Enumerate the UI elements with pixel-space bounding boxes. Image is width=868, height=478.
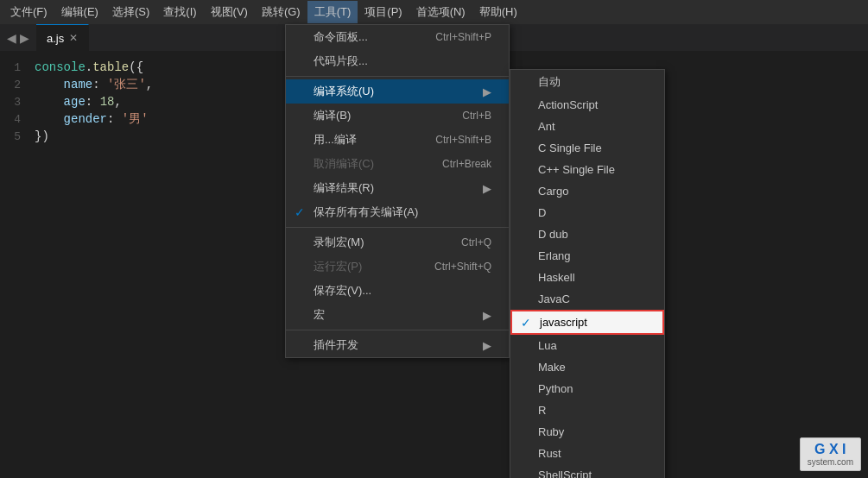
menu-record-macro[interactable]: 录制宏(M) Ctrl+Q [286,230,509,255]
compiler-lua[interactable]: Lua [510,335,664,356]
compiler-ruby[interactable]: Ruby [510,421,664,443]
separator-1 [286,76,509,77]
checkmark-javascript: ✓ [521,316,531,330]
compiler-haskell[interactable]: Haskell [510,267,664,288]
submenu-arrow-4: ▶ [483,339,491,352]
menu-command-palette[interactable]: 命令面板... Ctrl+Shift+P [286,25,509,49]
compiler-d[interactable]: D [510,202,664,223]
submenu-arrow-3: ▶ [483,309,491,322]
compiler-shellscript[interactable]: ShellScript [510,464,664,478]
compiler-r[interactable]: R [510,399,664,421]
menu-save-all-build[interactable]: ✓ 保存所有有关编译(A) [286,200,509,224]
menu-macros[interactable]: 宏 ▶ [286,303,509,327]
compiler-submenu: 自动 ActionScript Ant C Single File C++ Si… [510,69,665,478]
tools-dropdown: 命令面板... Ctrl+Shift+P 代码片段... 编译系统(U) ▶ 编… [285,24,510,358]
compiler-d-dub[interactable]: D dub [510,223,664,245]
compiler-auto[interactable]: 自动 [510,70,664,94]
separator-2 [286,227,509,228]
menu-snippets[interactable]: 代码片段... [286,49,509,73]
menu-cancel-build: 取消编译(C) Ctrl+Break [286,152,509,176]
compiler-make[interactable]: Make [510,356,664,378]
compiler-python[interactable]: Python [510,378,664,399]
menu-plugin-dev[interactable]: 插件开发 ▶ [286,333,509,357]
compiler-rust[interactable]: Rust [510,443,664,464]
submenu-arrow-2: ▶ [483,182,491,195]
separator-3 [286,330,509,330]
compiler-ant[interactable]: Ant [510,116,664,137]
checkmark-save: ✓ [295,205,305,219]
menu-build-results[interactable]: 编译结果(R) ▶ [286,176,509,200]
dropdown-overlay: 命令面板... Ctrl+Shift+P 代码片段... 编译系统(U) ▶ 编… [0,0,868,478]
compiler-cpp-single[interactable]: C++ Single File [510,159,664,180]
submenu-arrow-1: ▶ [483,85,491,98]
compiler-cargo[interactable]: Cargo [510,180,664,202]
compiler-erlang[interactable]: Erlang [510,245,664,267]
compiler-c-single[interactable]: C Single File [510,137,664,159]
compiler-javac[interactable]: JavaC [510,288,664,310]
compiler-javascript[interactable]: ✓ javascript [510,310,664,335]
menu-save-macro[interactable]: 保存宏(V)... [286,279,509,303]
compiler-actionscript[interactable]: ActionScript [510,94,664,116]
menu-build[interactable]: 编译(B) Ctrl+B [286,104,509,128]
menu-build-system[interactable]: 编译系统(U) ▶ [286,79,509,104]
menu-build-with[interactable]: 用...编译 Ctrl+Shift+B [286,128,509,152]
menu-run-macro: 运行宏(P) Ctrl+Shift+Q [286,255,509,279]
